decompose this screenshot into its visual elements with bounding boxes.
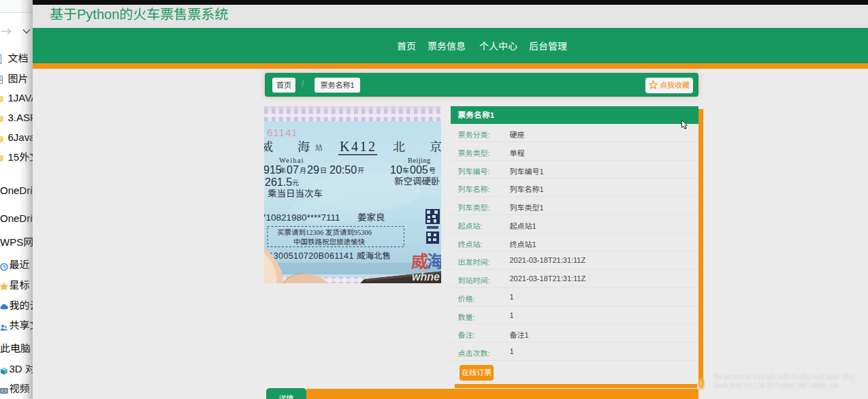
svg-text:姜家良: 姜家良 <box>357 210 385 223</box>
svg-text:新空调硬卧: 新空调硬卧 <box>394 174 440 187</box>
svg-text:07: 07 <box>287 164 299 176</box>
svg-text:年: 年 <box>279 167 286 174</box>
svg-text:710821980****7111: 710821980****7111 <box>264 212 340 223</box>
svg-text:威海北售: 威海北售 <box>357 249 391 261</box>
svg-text:K412: K412 <box>340 139 376 154</box>
svg-text:日: 日 <box>320 167 327 174</box>
svg-text:中国铁路祝您旅途愉快: 中国铁路祝您旅途愉快 <box>293 236 365 246</box>
svg-text:29: 29 <box>307 164 319 176</box>
svg-text:开: 开 <box>357 167 364 174</box>
svg-text:威: 威 <box>411 248 428 272</box>
svg-text:北: 北 <box>393 137 405 155</box>
svg-text:71300510720B061141: 71300510720B061141 <box>264 251 354 261</box>
svg-text:海: 海 <box>427 248 441 272</box>
svg-text:whne: whne <box>412 271 440 283</box>
svg-text:元: 元 <box>292 179 299 187</box>
svg-text:月: 月 <box>300 167 306 174</box>
svg-text:京: 京 <box>430 137 441 155</box>
svg-text:威: 威 <box>264 137 273 155</box>
svg-text:20:50: 20:50 <box>329 164 357 176</box>
svg-text:买票请到12306 发货请到95306: 买票请到12306 发货请到95306 <box>277 227 372 237</box>
svg-text:乘当日当次车: 乘当日当次车 <box>268 186 323 200</box>
svg-text:Weihai: Weihai <box>279 157 304 164</box>
svg-text:站: 站 <box>315 142 323 153</box>
svg-text:海: 海 <box>298 137 310 155</box>
svg-text:Beijing: Beijing <box>408 157 431 164</box>
